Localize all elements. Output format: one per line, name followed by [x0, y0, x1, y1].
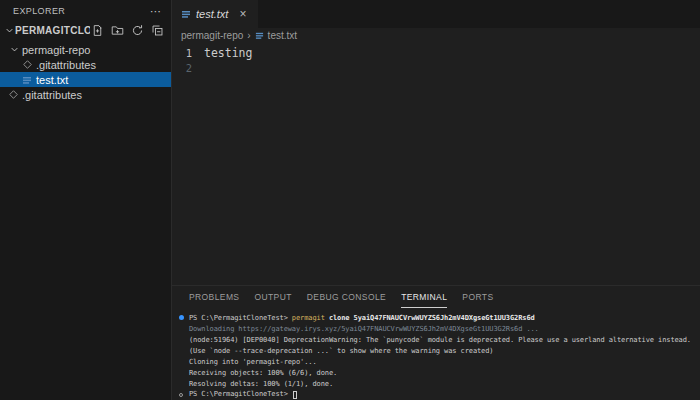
tree-item-label: permagit-repo — [22, 44, 90, 56]
panel-tab-ports[interactable]: PORTS — [462, 286, 493, 308]
code-editor[interactable]: 1testing2 — [172, 43, 700, 285]
close-icon[interactable]: × — [239, 8, 246, 20]
tree-item-label: test.txt — [36, 74, 68, 86]
terminal-text: Resolving deltas: 100% (1/1), done. — [189, 380, 333, 388]
file-tree: permagit-repo.gitattributestest.txt.gita… — [0, 42, 171, 102]
line-number: 1 — [172, 47, 204, 59]
line-number: 2 — [172, 62, 204, 74]
git-file-icon — [6, 90, 20, 99]
tree-item-label: .gitattributes — [36, 59, 96, 71]
chevron-down-icon — [3, 26, 15, 35]
text-file-icon — [255, 31, 264, 40]
tree-item-permagit-repo[interactable]: permagit-repo — [0, 42, 171, 57]
editor-line: 1testing — [172, 45, 700, 60]
terminal-text: Cloning into 'permagit-repo'... — [189, 358, 317, 366]
tree-item-test-txt[interactable]: test.txt — [0, 72, 171, 87]
terminal-text: PS C:\PermagitCloneTest> permagit clone … — [189, 314, 535, 322]
terminal-line: PS C:\PermagitCloneTest> permagit clone … — [179, 312, 700, 323]
workspace-section-header[interactable]: PERMAGITCLONETEST — [0, 22, 171, 39]
explorer-header: EXPLORER ⋯ — [0, 0, 171, 22]
panel-tabs: PROBLEMSOUTPUTDEBUG CONSOLETERMINALPORTS — [189, 286, 493, 308]
terminal-line: Resolving deltas: 100% (1/1), done. — [179, 378, 700, 389]
workspace-name: PERMAGITCLONETEST — [15, 25, 90, 36]
panel-tab-terminal[interactable]: TERMINAL — [401, 286, 447, 308]
command-status-hollow-dot-icon — [179, 393, 189, 397]
tab-test-txt[interactable]: test.txt × — [172, 0, 258, 28]
panel-tab-problems[interactable]: PROBLEMS — [189, 286, 239, 308]
terminal-text: Downloading https://gateway.irys.xyz/5ya… — [189, 325, 539, 333]
bottom-panel: PROBLEMSOUTPUTDEBUG CONSOLETERMINALPORTS… — [172, 285, 700, 400]
terminal-line: Cloning into 'permagit-repo'... — [179, 356, 700, 367]
tree-item-gitattributes[interactable]: .gitattributes — [0, 87, 171, 102]
new-folder-icon[interactable] — [110, 23, 125, 38]
editor-group: test.txt × permagit-repo › test.txt 1tes… — [172, 0, 700, 400]
new-file-icon[interactable] — [90, 23, 105, 38]
text-file-icon — [181, 9, 191, 19]
explorer-title: EXPLORER — [13, 6, 65, 16]
terminal-cursor — [293, 391, 297, 399]
explorer-actions — [90, 23, 165, 38]
collapse-folders-icon[interactable] — [150, 23, 165, 38]
panel-header: PROBLEMSOUTPUTDEBUG CONSOLETERMINALPORTS… — [172, 286, 700, 308]
terminal-line: Downloading https://gateway.irys.xyz/5ya… — [179, 323, 700, 334]
terminal-text: (Use `node --trace-deprecation ...` to s… — [189, 347, 493, 355]
terminal[interactable]: PS C:\PermagitCloneTest> permagit clone … — [172, 308, 700, 400]
more-actions-icon[interactable]: ⋯ — [150, 6, 161, 16]
terminal-line: (Use `node --trace-deprecation ...` to s… — [179, 345, 700, 356]
editor-tab-bar: test.txt × — [172, 0, 700, 28]
panel-tab-output[interactable]: OUTPUT — [254, 286, 291, 308]
explorer-sidebar: EXPLORER ⋯ PERMAGITCLONETEST — [0, 0, 172, 400]
terminal-text: Receiving objects: 100% (6/6), done. — [189, 369, 337, 377]
vscode-window: EXPLORER ⋯ PERMAGITCLONETEST — [0, 0, 700, 400]
panel-tab-debug-console[interactable]: DEBUG CONSOLE — [307, 286, 386, 308]
tree-item-label: .gitattributes — [22, 89, 82, 101]
editor-line: 2 — [172, 60, 700, 75]
terminal-line: (node:51964) [DEP0040] DeprecationWarnin… — [179, 334, 700, 345]
line-text: testing — [204, 46, 252, 60]
refresh-explorer-icon[interactable] — [130, 23, 145, 38]
chevron-down-icon — [8, 45, 20, 54]
terminal-text: PS C:\PermagitCloneTest> — [189, 390, 297, 398]
text-file-icon — [20, 75, 34, 85]
breadcrumb-folder[interactable]: permagit-repo — [181, 30, 243, 41]
breadcrumb: permagit-repo › test.txt — [172, 28, 700, 43]
breadcrumb-separator: › — [247, 30, 250, 41]
command-status-filled-dot-icon — [179, 315, 189, 320]
tab-label: test.txt — [196, 8, 228, 20]
tree-item-gitattributes[interactable]: .gitattributes — [0, 57, 171, 72]
terminal-text: (node:51964) [DEP0040] DeprecationWarnin… — [189, 336, 691, 344]
breadcrumb-file[interactable]: test.txt — [268, 30, 297, 41]
terminal-line: Receiving objects: 100% (6/6), done. — [179, 367, 700, 378]
git-file-icon — [20, 60, 34, 69]
terminal-line: PS C:\PermagitCloneTest> — [179, 389, 700, 400]
